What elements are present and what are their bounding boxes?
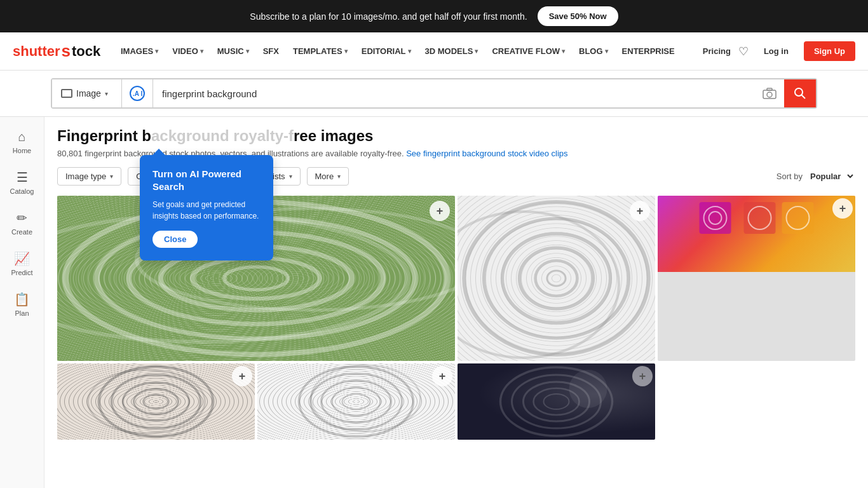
svg-point-16	[484, 219, 628, 338]
fingerprint-svg-2	[458, 196, 655, 361]
svg-point-41	[501, 367, 613, 436]
svg-point-38	[332, 388, 381, 416]
add-to-cart-button-2[interactable]: +	[630, 201, 650, 221]
pricing-link[interactable]: Pricing	[703, 46, 731, 56]
sidebar-item-create[interactable]: ✏ Create	[0, 203, 44, 243]
create-icon: ✏	[17, 210, 27, 226]
nav-right: Pricing ♡ Log in Sign Up	[703, 41, 855, 61]
chevron-down-icon: ▾	[200, 48, 203, 55]
svg-point-45	[544, 394, 569, 409]
sort-select[interactable]: Popular Newest Relevant	[808, 171, 855, 182]
image-card-6: +	[458, 363, 655, 440]
title-hidden-part: ackground royalty-f	[151, 127, 294, 144]
svg-point-34	[88, 370, 205, 433]
chevron-down-icon: ▾	[344, 48, 348, 55]
catalog-icon: ☰	[17, 170, 28, 185]
chevron-down-icon: ▾	[408, 48, 411, 55]
search-container: Image ▾ .A I	[0, 71, 868, 117]
svg-point-43	[524, 382, 590, 421]
image-card-3: +	[658, 196, 855, 361]
sidebar-item-help[interactable]: ? Help	[0, 485, 44, 488]
filter-more[interactable]: More ▾	[307, 167, 349, 186]
add-to-cart-button-6[interactable]: +	[632, 366, 653, 386]
fingerprint-svg-4	[57, 363, 255, 440]
home-icon: ⌂	[18, 130, 25, 144]
fingerprint-svg-5	[257, 363, 455, 440]
nav-templates[interactable]: TEMPLATES▾	[287, 32, 354, 71]
svg-point-19	[535, 261, 577, 296]
search-bar: Image ▾ .A I	[51, 78, 817, 109]
sidebar-item-home[interactable]: ⌂ Home	[0, 122, 44, 162]
sidebar: ⌂ Home ☰ Catalog ✏ Create 📈 Predict 📋 Pl…	[0, 117, 44, 488]
sidebar-item-plan[interactable]: 📋 Plan	[0, 284, 44, 325]
add-to-cart-button-4[interactable]: +	[232, 366, 252, 386]
nav-creative-flow[interactable]: CREATIVE FLOW▾	[485, 32, 571, 71]
logo-tock: tock	[72, 43, 100, 60]
ai-search-badge[interactable]: .A I	[122, 79, 153, 107]
fingerprint-dark-image	[458, 363, 655, 440]
svg-point-44	[534, 388, 580, 415]
fingerprint-svg-3	[658, 196, 855, 272]
chevron-down-icon: ▾	[289, 173, 292, 180]
predict-icon: 📈	[14, 251, 30, 266]
svg-point-20	[547, 271, 566, 286]
svg-point-42	[512, 375, 601, 428]
nav-sfx[interactable]: SFX	[257, 32, 285, 71]
chevron-down-icon: ▾	[475, 48, 478, 55]
add-to-cart-button-3[interactable]: +	[832, 198, 853, 219]
nav-blog[interactable]: BLOG▾	[573, 32, 614, 71]
svg-point-40	[311, 365, 421, 431]
page-title: Fingerprint background royalty-free imag…	[57, 127, 855, 145]
chevron-down-icon: ▾	[605, 48, 608, 55]
chevron-down-icon: ▾	[155, 48, 158, 55]
main-nav: IMAGES▾ VIDEO▾ MUSIC▾ SFX TEMPLATES▾ EDI…	[114, 32, 690, 71]
add-to-cart-button-5[interactable]: +	[432, 366, 452, 386]
save-now-button[interactable]: Save 50% Now	[538, 6, 618, 26]
fingerprint-svg-6	[458, 363, 655, 440]
search-type-dropdown[interactable]: Image ▾	[52, 79, 122, 107]
nav-enterprise[interactable]: ENTERPRISE	[616, 32, 681, 71]
image-card-2: +	[458, 196, 655, 361]
svg-point-18	[519, 248, 593, 309]
ai-tooltip-body: Set goals and get predicted insights bas…	[153, 199, 261, 222]
nav-editorial[interactable]: EDITORIAL▾	[355, 32, 417, 71]
sidebar-item-predict[interactable]: 📈 Predict	[0, 243, 44, 284]
search-icon	[794, 87, 806, 100]
svg-point-5	[795, 88, 803, 96]
image-card-5: +	[257, 363, 455, 440]
nav-images[interactable]: IMAGES▾	[114, 32, 165, 71]
ai-tooltip-title: Turn on AI Powered Search	[153, 168, 261, 193]
signup-button[interactable]: Sign Up	[804, 41, 855, 61]
nav-3d-models[interactable]: 3D MODELS▾	[419, 32, 485, 71]
main-content: ⌂ Home ☰ Catalog ✏ Create 📈 Predict 📋 Pl…	[0, 117, 868, 488]
svg-point-32	[134, 389, 179, 414]
header: shutterstock IMAGES▾ VIDEO▾ MUSIC▾ SFX T…	[0, 32, 868, 71]
ai-tooltip-close-button[interactable]: Close	[153, 231, 198, 248]
fingerprint-grey-lines-image	[257, 363, 455, 440]
top-banner: Subscribe to a plan for 10 images/mo. an…	[0, 0, 868, 32]
search-input[interactable]	[153, 79, 755, 107]
nav-video[interactable]: VIDEO▾	[166, 32, 209, 71]
svg-rect-4	[767, 88, 772, 90]
video-link[interactable]: See fingerprint background stock video c…	[406, 149, 567, 158]
add-to-cart-button-1[interactable]: +	[430, 201, 450, 221]
svg-line-6	[802, 95, 806, 99]
search-button[interactable]	[784, 79, 816, 107]
favorites-icon[interactable]: ♡	[738, 44, 749, 58]
sidebar-item-catalog[interactable]: ☰ Catalog	[0, 162, 44, 203]
plan-icon: 📋	[14, 292, 30, 307]
logo-dot: s	[62, 41, 71, 61]
svg-point-29	[99, 367, 214, 437]
svg-point-33	[144, 395, 169, 409]
sort-by: Sort by Popular Newest Relevant	[776, 171, 855, 182]
filter-image-type[interactable]: Image type ▾	[57, 167, 121, 186]
logo[interactable]: shutterstock	[13, 41, 102, 61]
login-button[interactable]: Log in	[756, 43, 796, 60]
chevron-down-icon: ▾	[337, 173, 341, 180]
camera-search-icon[interactable]	[755, 79, 784, 107]
fingerprint-white-image	[458, 196, 655, 361]
ai-icon: .A I	[130, 86, 145, 101]
svg-point-31	[123, 383, 189, 421]
nav-music[interactable]: MUSIC▾	[211, 32, 255, 71]
svg-point-21	[458, 212, 619, 358]
